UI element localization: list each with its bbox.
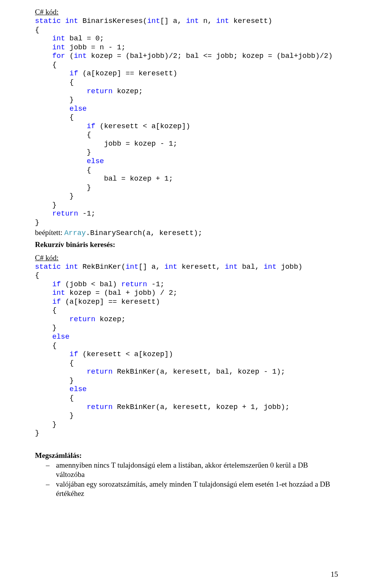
kw: else xyxy=(35,385,87,393)
document-page: C# kód: static int BinarisKereses(int[] … xyxy=(0,0,373,588)
code-text: kozep = (bal+jobb)/2; bal <= jobb; kozep… xyxy=(87,52,333,60)
code-text: (keresett < a[kozep]) xyxy=(95,122,190,130)
kw: if xyxy=(35,280,61,289)
code-text: { xyxy=(35,61,57,69)
code-text: kozep = (bal + jobb) / 2; xyxy=(65,289,178,297)
code-text: kozep; xyxy=(113,87,143,96)
code-text: BinarisKereses( xyxy=(78,17,147,25)
code-text: } xyxy=(35,412,74,420)
code-text: { xyxy=(35,166,91,174)
builtin-call: .BinarySearch(a, keresett); xyxy=(86,229,202,237)
kw: int xyxy=(125,263,138,271)
kw: int xyxy=(35,43,65,52)
code-text: { xyxy=(35,359,74,367)
code-text: } xyxy=(35,429,39,437)
kw: int xyxy=(164,263,177,271)
kw: return xyxy=(35,210,78,218)
kw: int xyxy=(263,263,276,271)
kw: int xyxy=(147,17,160,25)
code-text: RekBinKer(a, keresett, kozep + 1, jobb); xyxy=(113,403,289,411)
code-text: (a[kozep] == keresett) xyxy=(61,298,160,306)
kw: int xyxy=(74,52,87,60)
builtin-class: Array xyxy=(64,229,86,237)
kw: else xyxy=(35,333,70,341)
code-text: { xyxy=(35,394,74,402)
code-text: bal, xyxy=(238,263,264,271)
code-text: [] a, xyxy=(138,263,164,271)
code-text: { xyxy=(35,131,91,139)
kw: if xyxy=(35,70,78,78)
kw: return xyxy=(35,368,113,376)
builtin-label: beépített: xyxy=(35,228,64,237)
code-block-2: static int RekBinKer(int[] a, int kerese… xyxy=(35,263,338,438)
kw: else xyxy=(35,105,87,113)
code-text: jobb) xyxy=(277,263,303,271)
code-text: jobb = kozep - 1; xyxy=(35,140,177,148)
code-text: } xyxy=(35,201,57,209)
page-number: 15 xyxy=(331,570,338,579)
code-text: keresett, xyxy=(177,263,225,271)
code-heading-2: C# kód: xyxy=(35,254,338,262)
code-text: jobb = n - 1; xyxy=(65,43,125,52)
code-text: bal = kozep + 1; xyxy=(35,175,173,183)
code-text: [] a, xyxy=(160,17,186,25)
code-text: } xyxy=(35,219,39,227)
section-title-rekurziv: Rekurzív bináris keresés: xyxy=(35,240,338,249)
code-text: { xyxy=(35,78,74,87)
kw: int xyxy=(35,289,65,297)
code-text: { xyxy=(35,113,74,122)
code-text: } xyxy=(35,184,91,192)
kw: if xyxy=(35,350,78,358)
kw: int xyxy=(225,263,238,271)
code-heading-1: C# kód: xyxy=(35,8,338,16)
code-text: { xyxy=(35,342,57,350)
code-text: } xyxy=(35,421,57,429)
list-item: valójában egy sorozatszámítás, amely min… xyxy=(46,480,338,498)
kw: static xyxy=(35,17,61,25)
code-text: { xyxy=(35,26,39,34)
code-text: { xyxy=(35,271,39,280)
code-text: (keresett < a[kozep]) xyxy=(78,350,173,358)
code-text: keresett) xyxy=(229,17,272,25)
bullet-list: amennyiben nincs T tulajdonságú elem a l… xyxy=(46,461,338,498)
code-text: } xyxy=(35,377,74,385)
code-text: } xyxy=(35,96,74,104)
kw: if xyxy=(35,122,95,130)
kw: else xyxy=(35,157,104,165)
code-text: ( xyxy=(65,52,74,60)
kw: int xyxy=(61,17,78,25)
code-text: n, xyxy=(199,17,216,25)
code-text: bal = 0; xyxy=(65,35,104,43)
kw: return xyxy=(35,315,95,324)
code-text: } xyxy=(35,148,91,157)
code-text: (a[kozep] == keresett) xyxy=(78,70,177,78)
code-text: } xyxy=(35,324,57,332)
list-item: amennyiben nincs T tulajdonságú elem a l… xyxy=(46,461,338,479)
kw: int xyxy=(216,17,229,25)
kw: int xyxy=(61,263,78,271)
kw: return xyxy=(35,87,113,96)
kw: if xyxy=(35,298,61,306)
code-text: RekBinKer( xyxy=(78,263,125,271)
kw: int xyxy=(186,17,199,25)
code-text: (jobb < bal) xyxy=(61,280,121,289)
kw: return xyxy=(35,403,113,411)
code-text: kozep; xyxy=(95,315,125,324)
code-text: -1; xyxy=(147,280,164,289)
builtin-line: beépített: Array.BinarySearch(a, kereset… xyxy=(35,228,338,237)
subheading-megszamlalas: Megszámlálás: xyxy=(35,451,338,460)
code-text: -1; xyxy=(78,210,95,218)
code-text: RekBinKer(a, keresett, bal, kozep - 1); xyxy=(113,368,285,376)
code-text: { xyxy=(35,306,57,315)
kw: return xyxy=(121,280,147,289)
kw: for xyxy=(35,52,65,60)
kw: static xyxy=(35,263,61,271)
code-text: } xyxy=(35,192,74,200)
code-block-1: static int BinarisKereses(int[] a, int n… xyxy=(35,17,338,228)
kw: int xyxy=(35,35,65,43)
